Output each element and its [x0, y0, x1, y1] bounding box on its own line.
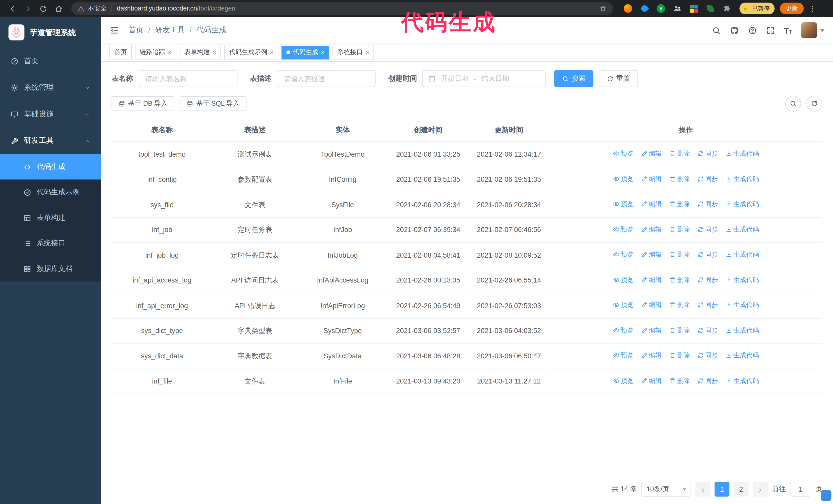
row-sync-link[interactable]: 同步 [697, 250, 718, 259]
sidebar-item-infra[interactable]: 基础设施 [0, 101, 101, 128]
row-edit-link[interactable]: 编辑 [641, 149, 662, 158]
tab-home[interactable]: 首页 [110, 45, 132, 59]
fullscreen-button[interactable] [766, 26, 775, 34]
sidebar-item-devtools[interactable]: 研发工具 [0, 127, 101, 154]
row-sync-link[interactable]: 同步 [697, 376, 718, 385]
sidebar-item-home[interactable]: 首页 [0, 48, 101, 74]
row-preview-link[interactable]: 预览 [613, 174, 634, 183]
row-generate-link[interactable]: 生成代码 [725, 199, 759, 209]
prev-page-button[interactable]: ‹ [695, 482, 710, 497]
row-generate-link[interactable]: 生成代码 [725, 250, 759, 259]
row-edit-link[interactable]: 编辑 [641, 275, 662, 284]
app-logo[interactable]: 芋道管理系统 [0, 17, 101, 48]
browser-extension-icon-3[interactable]: V [656, 3, 666, 14]
sidebar-item-codegen-example[interactable]: 代码生成示例 [0, 179, 101, 205]
close-icon[interactable]: × [365, 49, 369, 56]
row-preview-link[interactable]: 预览 [613, 325, 634, 335]
row-edit-link[interactable]: 编辑 [641, 300, 662, 310]
sidebar-item-codegen[interactable]: 代码生成 [0, 154, 101, 179]
sidebar-collapse-button[interactable] [110, 25, 119, 35]
row-edit-link[interactable]: 编辑 [641, 351, 662, 360]
browser-extension-icon-4[interactable] [672, 3, 683, 14]
github-button[interactable] [730, 26, 739, 34]
row-delete-link[interactable]: 删除 [669, 174, 690, 183]
tab-codegen-example[interactable]: 代码生成示例× [224, 45, 278, 59]
row-preview-link[interactable]: 预览 [613, 199, 634, 209]
row-generate-link[interactable]: 生成代码 [725, 300, 759, 310]
row-preview-link[interactable]: 预览 [613, 149, 634, 158]
browser-menu-icon[interactable]: ⋮ [808, 4, 816, 13]
import-db-button[interactable]: 基于 DB 导入 [112, 96, 174, 111]
row-delete-link[interactable]: 删除 [669, 224, 690, 234]
page-button-1[interactable]: 1 [715, 482, 730, 497]
search-toggle-button[interactable] [785, 96, 801, 112]
table-desc-input[interactable] [277, 70, 376, 87]
tab-form-builder[interactable]: 表单构建× [180, 45, 221, 59]
floating-widget-button[interactable] [821, 490, 831, 501]
page-button-2[interactable]: 2 [734, 482, 748, 497]
help-button[interactable] [748, 26, 757, 34]
tab-codegen[interactable]: 代码生成× [282, 45, 330, 59]
close-icon[interactable]: × [321, 49, 325, 56]
row-preview-link[interactable]: 预览 [613, 351, 634, 360]
refresh-table-button[interactable] [806, 96, 822, 112]
row-delete-link[interactable]: 删除 [669, 149, 690, 158]
row-edit-link[interactable]: 编辑 [641, 199, 662, 209]
bookmark-star-icon[interactable] [599, 5, 607, 12]
browser-forward-button[interactable] [21, 1, 35, 16]
browser-update-button[interactable]: 更新 [780, 3, 804, 14]
close-icon[interactable]: × [270, 49, 274, 56]
row-generate-link[interactable]: 生成代码 [725, 351, 759, 360]
row-delete-link[interactable]: 删除 [669, 325, 690, 335]
browser-extension-icon-1[interactable] [623, 3, 633, 14]
row-generate-link[interactable]: 生成代码 [725, 376, 759, 385]
row-sync-link[interactable]: 同步 [697, 325, 718, 335]
row-sync-link[interactable]: 同步 [697, 300, 718, 310]
row-preview-link[interactable]: 预览 [613, 300, 634, 310]
row-edit-link[interactable]: 编辑 [641, 224, 662, 234]
row-generate-link[interactable]: 生成代码 [725, 275, 759, 284]
row-sync-link[interactable]: 同步 [697, 174, 718, 183]
browser-extension-icon-5[interactable] [688, 3, 699, 14]
close-icon[interactable]: × [213, 49, 216, 56]
row-delete-link[interactable]: 删除 [669, 376, 690, 385]
reset-button[interactable]: 重置 [599, 70, 638, 87]
row-generate-link[interactable]: 生成代码 [725, 224, 759, 234]
profile-paused-badge[interactable]: 已暂停 [739, 3, 775, 14]
browser-home-button[interactable] [51, 1, 66, 16]
browser-extension-icon-2[interactable] [639, 3, 649, 14]
sidebar-item-db-doc[interactable]: 数据库文档 [0, 256, 101, 282]
tab-system-api[interactable]: 系统接口× [333, 45, 374, 59]
row-delete-link[interactable]: 删除 [669, 199, 690, 209]
tab-trace[interactable]: 链路追踪× [135, 45, 176, 59]
browser-extension-icon-6[interactable] [705, 3, 715, 14]
row-sync-link[interactable]: 同步 [697, 149, 718, 158]
row-sync-link[interactable]: 同步 [697, 224, 718, 234]
row-preview-link[interactable]: 预览 [613, 275, 634, 284]
row-generate-link[interactable]: 生成代码 [725, 174, 759, 183]
header-search-button[interactable] [712, 26, 721, 34]
sidebar-item-system-api[interactable]: 系统接口 [0, 231, 101, 256]
import-sql-button[interactable]: 基于 SQL 导入 [180, 96, 246, 111]
goto-page-input[interactable] [790, 482, 811, 497]
row-sync-link[interactable]: 同步 [697, 199, 718, 209]
row-sync-link[interactable]: 同步 [697, 275, 718, 284]
row-preview-link[interactable]: 预览 [613, 224, 634, 234]
close-icon[interactable]: × [168, 49, 172, 56]
page-size-select[interactable]: 10条/页 ▾ [641, 482, 691, 497]
row-generate-link[interactable]: 生成代码 [725, 149, 759, 158]
next-page-button[interactable]: › [753, 482, 768, 497]
row-preview-link[interactable]: 预览 [613, 376, 634, 385]
row-edit-link[interactable]: 编辑 [641, 376, 662, 385]
breadcrumb-item-devtools[interactable]: 研发工具 [155, 25, 185, 35]
font-size-button[interactable]: TT [784, 26, 792, 34]
create-time-range-picker[interactable]: 开始日期 - 结束日期 [422, 70, 546, 87]
row-delete-link[interactable]: 删除 [669, 275, 690, 284]
table-name-input[interactable] [138, 70, 237, 87]
row-delete-link[interactable]: 删除 [669, 250, 690, 259]
row-generate-link[interactable]: 生成代码 [725, 325, 759, 335]
row-sync-link[interactable]: 同步 [697, 351, 718, 360]
breadcrumb-item-home[interactable]: 首页 [129, 25, 144, 35]
sidebar-item-system[interactable]: 系统管理 [0, 74, 101, 101]
row-delete-link[interactable]: 删除 [669, 300, 690, 310]
